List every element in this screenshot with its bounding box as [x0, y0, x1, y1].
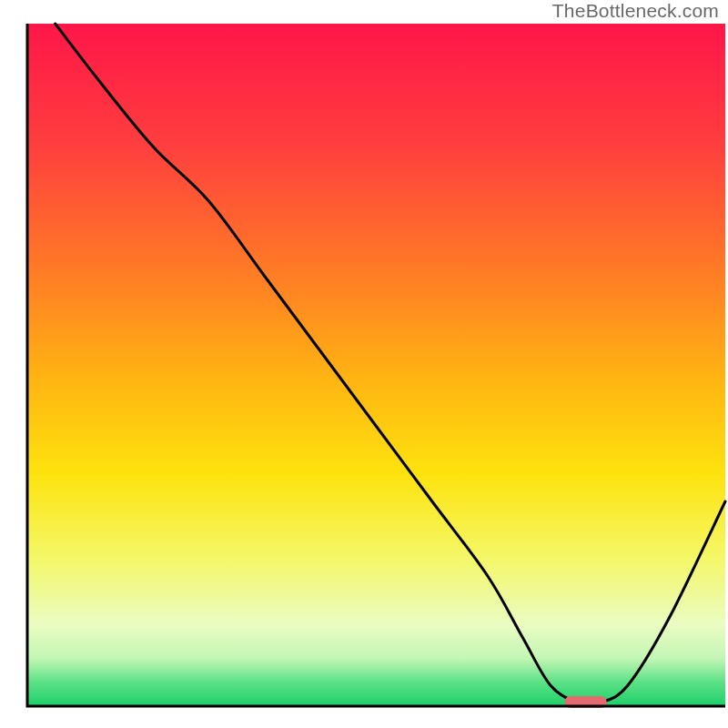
chart-container: { "watermark": "TheBottleneck.com", "cha…: [0, 0, 728, 728]
watermark-text: TheBottleneck.com: [552, 0, 719, 22]
bottleneck-chart: [0, 0, 728, 728]
plot-background: [27, 24, 725, 706]
